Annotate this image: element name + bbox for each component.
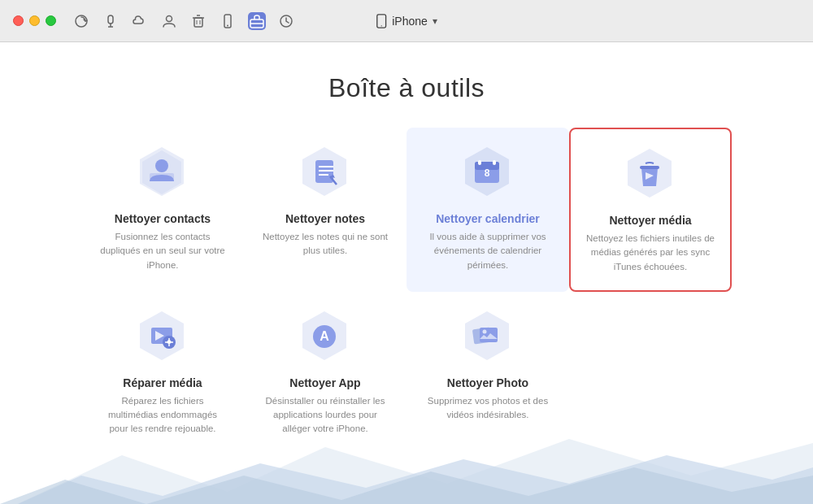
- svg-text:A: A: [320, 329, 329, 343]
- pump-icon[interactable]: [102, 12, 120, 30]
- titlebar: iPhone ▾: [0, 0, 813, 42]
- photo-icon-container: [459, 308, 517, 367]
- history-icon[interactable]: [277, 12, 295, 30]
- photo-tool-name: Nettoyer Photo: [447, 376, 528, 389]
- svg-point-49: [483, 329, 487, 333]
- tool-item-repair[interactable]: Réparer média Réparez les fichiers multi…: [81, 292, 244, 453]
- svg-point-4: [167, 15, 172, 21]
- media-tool-name: Nettoyer média: [609, 214, 691, 227]
- page-title: Boîte à outils: [0, 42, 813, 128]
- tool-item-notes[interactable]: Nettoyer notes Nettoyez les notes qui ne…: [244, 128, 406, 292]
- contacts-icon-container: [133, 144, 192, 202]
- maximize-button[interactable]: [46, 15, 56, 26]
- notes-tool-desc: Nettoyez les notes qui ne sont plus util…: [260, 230, 390, 259]
- media-icon-container: [621, 146, 680, 204]
- repair-tool-desc: Réparez les fichiers multimédias endomma…: [98, 394, 228, 437]
- svg-point-11: [227, 24, 228, 26]
- svg-rect-5: [194, 18, 202, 27]
- traffic-lights: [13, 15, 56, 26]
- svg-rect-35: [640, 166, 659, 169]
- tool-item-photo[interactable]: Nettoyer Photo Supprimez vos photos et d…: [406, 292, 569, 453]
- calendar-tool-name: Nettoyer calendrier: [436, 212, 540, 225]
- restore-icon[interactable]: [72, 12, 90, 30]
- phone-icon[interactable]: [219, 12, 237, 30]
- close-button[interactable]: [13, 15, 24, 26]
- repair-tool-name: Réparer média: [123, 376, 202, 389]
- tools-grid: Nettoyer contacts Fusionnez les contacts…: [57, 128, 756, 453]
- minimize-button[interactable]: [29, 15, 40, 26]
- svg-rect-31: [478, 160, 481, 165]
- main-content: Boîte à outils Nettoyer contacts Fusionn…: [0, 42, 813, 504]
- photo-tool-desc: Supprimez vos photos et des vidéos indés…: [423, 394, 553, 423]
- toolbar-icons: [72, 12, 295, 30]
- repair-icon-container: [133, 308, 192, 367]
- svg-marker-52: [0, 467, 813, 504]
- toolbox-icon[interactable]: [248, 12, 266, 30]
- contacts-tool-desc: Fusionnez les contacts dupliqués en un s…: [98, 230, 228, 272]
- notes-icon-container: [296, 144, 354, 202]
- svg-point-19: [155, 159, 168, 172]
- svg-point-16: [380, 25, 381, 26]
- calendar-tool-desc: Il vous aide à supprimer vos événements …: [423, 230, 553, 272]
- app-tool-name: Nettoyer App: [289, 376, 360, 389]
- svg-text:8: 8: [485, 167, 490, 179]
- app-icon-container: A: [296, 308, 354, 367]
- svg-rect-1: [108, 15, 113, 24]
- device-indicator[interactable]: iPhone ▾: [376, 14, 437, 28]
- tool-item-calendar[interactable]: 8 Nettoyer calendrier Il vous aide à sup…: [406, 128, 569, 292]
- tool-item-contacts[interactable]: Nettoyer contacts Fusionnez les contacts…: [81, 128, 244, 292]
- contacts-icon[interactable]: [160, 12, 178, 30]
- calendar-icon-container: 8: [459, 144, 517, 202]
- svg-rect-48: [480, 328, 498, 342]
- media-tool-desc: Nettoyez les fichiers inutiles de médias…: [585, 232, 715, 274]
- app-tool-desc: Désinstaller ou réinstaller les applicat…: [260, 394, 390, 437]
- svg-rect-20: [150, 173, 174, 180]
- trash-icon[interactable]: [189, 12, 207, 30]
- tool-item-app[interactable]: A Nettoyer App Désinstaller ou réinstall…: [244, 292, 406, 453]
- svg-marker-51: [0, 455, 813, 504]
- cloud-icon[interactable]: [131, 12, 149, 30]
- svg-rect-32: [493, 160, 496, 165]
- chevron-down-icon: ▾: [433, 15, 437, 27]
- contacts-tool-name: Nettoyer contacts: [115, 212, 211, 225]
- tool-item-media[interactable]: Nettoyer média Nettoyez les fichiers inu…: [569, 128, 732, 292]
- notes-tool-name: Nettoyer notes: [285, 212, 365, 225]
- device-name: iPhone: [392, 15, 428, 28]
